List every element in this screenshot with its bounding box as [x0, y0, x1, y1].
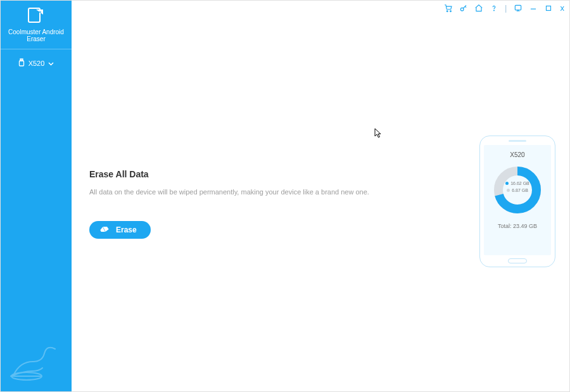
storage-donut-chart: 16.62 GB 6.87 GB — [492, 165, 543, 215]
legend-used: 16.62 GB — [492, 180, 543, 187]
device-screen: X520 16.62 GB 6.87 GB — [484, 145, 551, 255]
maximize-icon[interactable] — [544, 4, 553, 13]
window-controls: | x — [444, 3, 566, 13]
separator: | — [505, 3, 507, 13]
eraser-icon — [99, 225, 110, 235]
svg-point-2 — [460, 8, 464, 11]
sidebar: Coolmuster Android Eraser X520 — [1, 1, 72, 391]
storage-total: Total: 23.49 GB — [484, 223, 551, 229]
dot-icon — [507, 189, 510, 192]
feedback-icon[interactable] — [514, 4, 522, 13]
chevron-down-icon — [48, 60, 54, 67]
erase-section: Erase All Data All data on the device wi… — [89, 169, 455, 239]
erase-button-label: Erase — [116, 225, 137, 234]
svg-point-1 — [450, 10, 452, 11]
storage-legend: 16.62 GB 6.87 GB — [492, 180, 543, 194]
minimize-icon[interactable] — [529, 4, 538, 13]
help-icon[interactable] — [490, 4, 498, 13]
svg-rect-9 — [19, 61, 23, 66]
device-selector[interactable]: X520 — [1, 49, 72, 77]
svg-point-3 — [494, 10, 495, 11]
device-preview: X520 16.62 GB 6.87 GB — [479, 136, 555, 267]
sidebar-footer-graphic — [1, 339, 72, 386]
svg-rect-4 — [515, 5, 521, 10]
device-preview-name: X520 — [484, 151, 551, 158]
app-logo-icon — [1, 1, 72, 28]
svg-point-0 — [446, 10, 448, 11]
close-icon[interactable]: x — [559, 3, 566, 13]
cart-icon[interactable] — [444, 4, 453, 13]
app-window: | x Coolmuster Android Eraser — [0, 0, 570, 392]
page-description: All data on the device will be wiped per… — [89, 188, 455, 196]
main-content: Erase All Data All data on the device wi… — [72, 1, 569, 391]
mouse-cursor-icon — [374, 128, 382, 141]
usb-icon — [18, 58, 25, 68]
key-icon[interactable] — [459, 4, 468, 13]
phone-home-button-icon — [508, 258, 527, 263]
dot-icon — [505, 182, 509, 185]
legend-free-label: 6.87 GB — [512, 187, 528, 194]
app-title: Coolmuster Android Eraser — [1, 28, 72, 49]
page-title: Erase All Data — [89, 169, 455, 179]
legend-used-label: 16.62 GB — [510, 180, 529, 187]
svg-rect-6 — [546, 6, 550, 10]
device-name: X520 — [28, 60, 45, 67]
erase-button[interactable]: Erase — [89, 221, 151, 239]
legend-free: 6.87 GB — [492, 187, 543, 194]
home-icon[interactable] — [474, 4, 483, 13]
